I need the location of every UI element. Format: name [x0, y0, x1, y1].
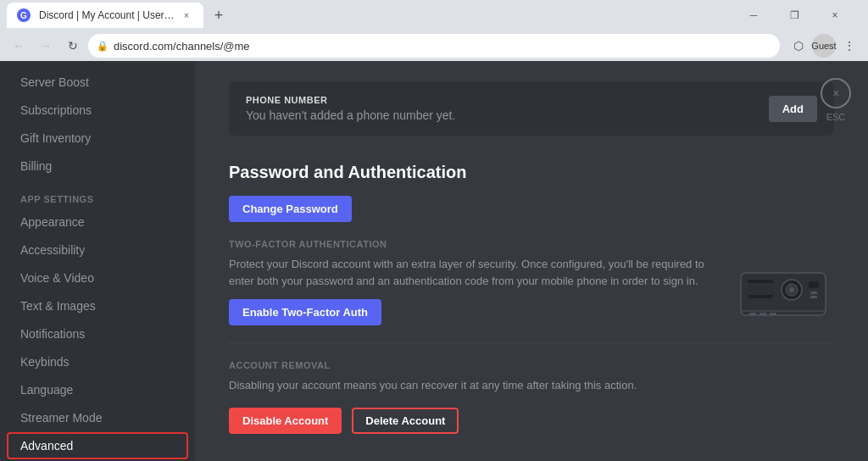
forward-button[interactable]: →	[34, 34, 58, 58]
tab-bar: G Discord | My Account | User Se... × + …	[0, 0, 868, 31]
esc-button[interactable]: × ESC	[821, 78, 851, 122]
sidebar-item-streamer-mode[interactable]: Streamer Mode	[7, 404, 188, 431]
sidebar-item-text-images[interactable]: Text & Images	[7, 292, 188, 319]
back-button[interactable]: ←	[7, 34, 31, 58]
removal-description: Disabling your account means you can rec…	[229, 377, 834, 394]
tfa-description: Protect your Discord account with an ext…	[229, 256, 715, 289]
tfa-illustration	[732, 256, 834, 324]
sidebar-item-server-boost[interactable]: Server Boost	[7, 69, 188, 96]
reload-button[interactable]: ↻	[61, 34, 85, 58]
sidebar-item-appearance[interactable]: Appearance	[7, 208, 188, 236]
app: Server Boost Subscriptions Gift Inventor…	[0, 61, 868, 461]
account-removal-section: ACCOUNT REMOVAL Disabling your account m…	[229, 360, 834, 434]
svg-rect-11	[760, 313, 766, 315]
tfa-text: Protect your Discord account with an ext…	[229, 256, 715, 325]
new-tab-button[interactable]: +	[207, 3, 231, 27]
discord-favicon: G	[17, 8, 31, 22]
svg-rect-6	[810, 292, 817, 294]
sidebar: Server Boost Subscriptions Gift Inventor…	[0, 61, 195, 461]
esc-label: ESC	[826, 112, 846, 122]
url-text: discord.com/channels/@me	[114, 40, 250, 53]
restore-button[interactable]: ❐	[775, 0, 814, 31]
sidebar-item-accessibility[interactable]: Accessibility	[7, 236, 188, 264]
account-removal-label: ACCOUNT REMOVAL	[229, 360, 834, 370]
sidebar-item-language[interactable]: Language	[7, 376, 188, 403]
tab-close-button[interactable]: ×	[180, 8, 193, 22]
close-window-button[interactable]: ×	[815, 0, 854, 31]
active-tab[interactable]: G Discord | My Account | User Se... ×	[7, 3, 203, 28]
esc-circle: ×	[821, 78, 851, 108]
enable-tfa-button[interactable]: Enable Two-Factor Auth	[229, 299, 381, 325]
minimize-button[interactable]: ─	[734, 0, 773, 31]
browser-chrome: G Discord | My Account | User Se... × + …	[0, 0, 868, 61]
sidebar-item-subscriptions[interactable]: Subscriptions	[7, 97, 188, 124]
divider	[229, 342, 834, 343]
svg-rect-8	[748, 283, 773, 295]
tfa-container: Protect your Discord account with an ext…	[229, 256, 834, 325]
phone-info: PHONE NUMBER You haven't added a phone n…	[246, 95, 455, 122]
section-title: Password and Authentication	[229, 163, 834, 182]
svg-point-4	[789, 287, 794, 292]
password-auth-section: Password and Authentication Change Passw…	[229, 163, 834, 325]
removal-actions: Disable Account Delete Account	[229, 408, 834, 434]
profile-button[interactable]: Guest	[812, 34, 836, 58]
sidebar-item-advanced[interactable]: Advanced	[7, 432, 188, 459]
sidebar-item-gift-inventory[interactable]: Gift Inventory	[7, 125, 188, 152]
svg-rect-10	[749, 313, 756, 315]
address-bar: ← → ↻ 🔒 discord.com/channels/@me ⬡ Guest…	[0, 31, 868, 61]
svg-rect-7	[810, 296, 817, 298]
sidebar-item-notifications[interactable]: Notifications	[7, 320, 188, 347]
sidebar-item-voice-video[interactable]: Voice & Video	[7, 264, 188, 292]
add-phone-button[interactable]: Add	[769, 96, 817, 122]
phone-number-section: PHONE NUMBER You haven't added a phone n…	[229, 81, 834, 136]
tfa-label: TWO-FACTOR AUTHENTICATION	[229, 239, 834, 249]
phone-value: You haven't added a phone number yet.	[246, 108, 455, 122]
svg-rect-12	[770, 313, 776, 315]
lock-icon: 🔒	[97, 41, 108, 52]
tab-title: Discord | My Account | User Se...	[39, 9, 175, 21]
sidebar-item-keybinds[interactable]: Keybinds	[7, 348, 188, 375]
browser-actions: ⬡ Guest ⋮	[787, 34, 861, 58]
change-password-button[interactable]: Change Password	[229, 196, 352, 222]
window-controls: ─ ❐ ×	[734, 0, 854, 31]
svg-rect-5	[809, 281, 819, 288]
main-content: × ESC PHONE NUMBER You haven't added a p…	[195, 61, 868, 461]
app-settings-section-label: APP SETTINGS	[7, 181, 195, 208]
sidebar-item-billing[interactable]: Billing	[7, 153, 188, 180]
extensions-button[interactable]: ⬡	[787, 34, 810, 58]
phone-label: PHONE NUMBER	[246, 95, 455, 105]
menu-button[interactable]: ⋮	[837, 34, 861, 58]
delete-account-button[interactable]: Delete Account	[352, 408, 459, 434]
url-box[interactable]: 🔒 discord.com/channels/@me	[88, 34, 780, 58]
disable-account-button[interactable]: Disable Account	[229, 408, 342, 434]
